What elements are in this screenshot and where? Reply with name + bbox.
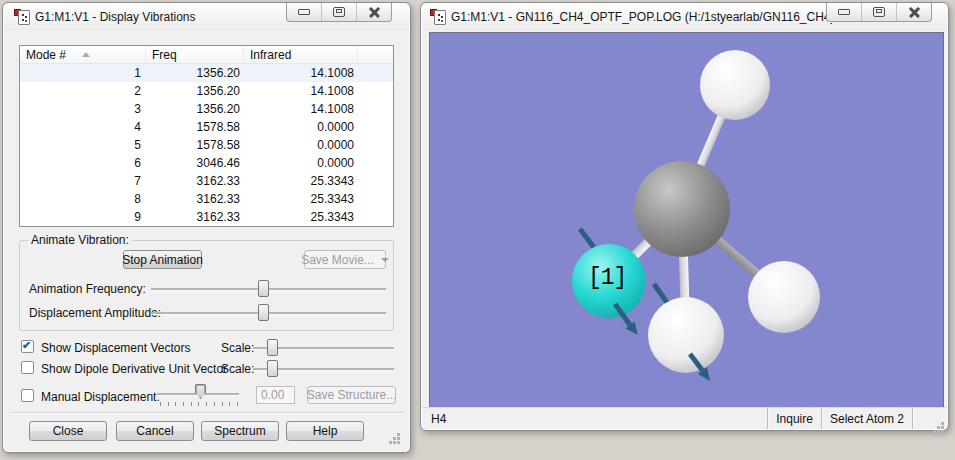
sort-ascending-icon bbox=[82, 52, 90, 57]
vibration-mode-row[interactable]: 93162.3325.3343 bbox=[20, 208, 393, 226]
cell-freq: 3162.33 bbox=[146, 192, 244, 206]
minimize-button[interactable] bbox=[827, 3, 861, 21]
manual-displacement-slider-thumb[interactable] bbox=[195, 384, 206, 399]
status-bar: H4 Inquire Select Atom 2 bbox=[422, 407, 947, 429]
animation-frequency-slider-thumb[interactable] bbox=[258, 280, 269, 297]
cell-freq: 3162.33 bbox=[146, 210, 244, 224]
dipole-scale-label: Scale: bbox=[221, 363, 254, 376]
display-vibrations-window: G1:M1:V1 - Display Vibrations Mode # Fre… bbox=[2, 2, 411, 453]
cell-infrared: 25.3343 bbox=[244, 192, 358, 206]
close-button[interactable] bbox=[356, 3, 391, 21]
vectors-scale-label: Scale: bbox=[221, 342, 254, 355]
gaussview-document-icon bbox=[14, 9, 30, 25]
window-title: G1:M1:V1 - GN116_CH4_OPTF_POP.LOG (H:/1s… bbox=[451, 10, 832, 24]
hydrogen-atom-bottom[interactable] bbox=[648, 297, 724, 373]
animation-frequency-label: Animation Frequency: bbox=[29, 283, 146, 296]
footer-separator bbox=[11, 412, 404, 414]
cell-mode: 3 bbox=[20, 102, 146, 116]
hydrogen-atom-top[interactable] bbox=[700, 50, 770, 120]
slider-tick-marks bbox=[160, 402, 238, 406]
cell-mode: 4 bbox=[20, 120, 146, 134]
show-dipole-derivative-label: Show Dipole Derivative Unit Vector bbox=[41, 363, 227, 376]
cancel-button[interactable]: Cancel bbox=[116, 421, 194, 441]
minimize-button[interactable] bbox=[287, 3, 321, 21]
vibration-table: Mode # Freq Infrared 11356.2014.10082135… bbox=[19, 45, 394, 227]
window-controls bbox=[286, 3, 392, 22]
column-header-mode[interactable]: Mode # bbox=[20, 46, 146, 63]
displacement-amplitude-label: Displacement Amplitude: bbox=[29, 307, 161, 320]
close-button[interactable] bbox=[896, 3, 931, 21]
window-controls bbox=[826, 3, 932, 22]
cell-mode: 9 bbox=[20, 210, 146, 224]
cell-mode: 7 bbox=[20, 174, 146, 188]
show-displacement-vectors-checkbox[interactable] bbox=[21, 340, 34, 353]
displacement-amplitude-slider-thumb[interactable] bbox=[258, 304, 269, 321]
selected-atom-tag: [1] bbox=[588, 265, 626, 291]
cell-freq: 1578.58 bbox=[146, 120, 244, 134]
resize-grip[interactable] bbox=[941, 422, 944, 425]
status-mode: Inquire bbox=[767, 408, 821, 429]
minimize-icon bbox=[838, 9, 850, 15]
cell-freq: 1356.20 bbox=[146, 102, 244, 116]
manual-displacement-checkbox[interactable] bbox=[21, 389, 34, 402]
cell-infrared: 14.1008 bbox=[244, 102, 358, 116]
status-grip-cell bbox=[912, 408, 947, 429]
table-body: 11356.2014.100821356.2014.100831356.2014… bbox=[20, 64, 393, 226]
close-dialog-button[interactable]: Close bbox=[29, 421, 107, 441]
hydrogen-atom-right[interactable] bbox=[748, 261, 820, 333]
cell-freq: 3162.33 bbox=[146, 174, 244, 188]
show-displacement-vectors-label: Show Displacement Vectors bbox=[41, 342, 190, 355]
spectrum-button[interactable]: Spectrum bbox=[201, 421, 279, 441]
help-button[interactable]: Help bbox=[286, 421, 364, 441]
cell-infrared: 14.1008 bbox=[244, 66, 358, 80]
manual-displacement-value-field[interactable]: 0.00 bbox=[256, 386, 295, 404]
close-icon bbox=[908, 6, 921, 18]
save-movie-button[interactable]: Save Movie... bbox=[304, 250, 386, 269]
column-header-freq[interactable]: Freq bbox=[146, 46, 244, 63]
cell-infrared: 14.1008 bbox=[244, 84, 358, 98]
save-structure-button[interactable]: Save Structure... bbox=[307, 386, 396, 404]
vibration-mode-row[interactable]: 51578.580.0000 bbox=[20, 136, 393, 154]
cell-infrared: 0.0000 bbox=[244, 156, 358, 170]
vibration-mode-row[interactable]: 41578.580.0000 bbox=[20, 118, 393, 136]
status-atom-info: H4 bbox=[422, 412, 767, 426]
table-header: Mode # Freq Infrared bbox=[20, 46, 393, 64]
vibration-mode-row[interactable]: 83162.3325.3343 bbox=[20, 190, 393, 208]
cell-mode: 5 bbox=[20, 138, 146, 152]
cell-mode: 2 bbox=[20, 84, 146, 98]
cell-infrared: 0.0000 bbox=[244, 138, 358, 152]
stop-animation-button[interactable]: Stop Animation bbox=[123, 250, 202, 269]
minimize-icon bbox=[298, 9, 310, 15]
carbon-atom[interactable] bbox=[634, 161, 730, 257]
desktop: G1:M1:V1 - Display Vibrations Mode # Fre… bbox=[0, 0, 955, 460]
dipole-scale-slider-thumb[interactable] bbox=[267, 360, 278, 377]
vibration-mode-row[interactable]: 31356.2014.1008 bbox=[20, 100, 393, 118]
cell-mode: 6 bbox=[20, 156, 146, 170]
vibration-mode-row[interactable]: 63046.460.0000 bbox=[20, 154, 393, 172]
status-action: Select Atom 2 bbox=[821, 408, 912, 429]
vectors-scale-slider-thumb[interactable] bbox=[267, 339, 278, 356]
maximize-button[interactable] bbox=[321, 3, 356, 21]
window-title: G1:M1:V1 - Display Vibrations bbox=[35, 10, 294, 24]
cell-freq: 1578.58 bbox=[146, 138, 244, 152]
show-dipole-derivative-checkbox[interactable] bbox=[21, 361, 34, 374]
maximize-button[interactable] bbox=[861, 3, 896, 21]
group-label: Animate Vibration: bbox=[28, 233, 132, 247]
maximize-icon bbox=[333, 7, 345, 17]
vibration-mode-row[interactable]: 21356.2014.1008 bbox=[20, 82, 393, 100]
cell-mode: 1 bbox=[20, 66, 146, 80]
gaussview-document-icon bbox=[430, 9, 446, 25]
molecule-viewport[interactable]: [1] bbox=[429, 32, 944, 408]
resize-grip[interactable] bbox=[397, 433, 400, 436]
manual-displacement-label: Manual Displacement: bbox=[41, 391, 160, 404]
column-header-spacer bbox=[358, 46, 393, 63]
vibration-mode-row[interactable]: 11356.2014.1008 bbox=[20, 64, 393, 82]
close-icon bbox=[368, 6, 381, 18]
cell-freq: 3046.46 bbox=[146, 156, 244, 170]
cell-freq: 1356.20 bbox=[146, 66, 244, 80]
vibration-mode-row[interactable]: 73162.3325.3343 bbox=[20, 172, 393, 190]
dropdown-arrow-icon bbox=[381, 258, 389, 262]
molecule-view-window: G1:M1:V1 - GN116_CH4_OPTF_POP.LOG (H:/1s… bbox=[420, 2, 949, 431]
column-header-infrared[interactable]: Infrared bbox=[244, 46, 358, 63]
cell-infrared: 0.0000 bbox=[244, 120, 358, 134]
